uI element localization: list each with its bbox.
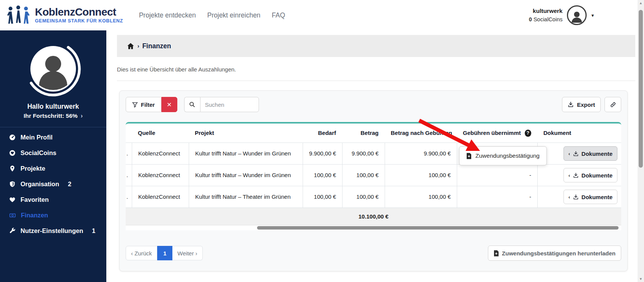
account-menu-caret-icon[interactable]: ▾ <box>591 13 594 18</box>
search-icon-box <box>184 97 200 112</box>
gauge-icon <box>9 134 16 141</box>
file-download-icon <box>466 153 472 159</box>
horizontal-scrollbar-thumb[interactable] <box>257 226 619 230</box>
clipped-cell: . <box>126 143 132 164</box>
quelle-cell: KoblenzConnect <box>132 143 189 164</box>
sidebar-item-organisation[interactable]: Organisation 2 <box>0 176 106 192</box>
col-betrag: Betrag <box>342 124 385 143</box>
table-header-row: Quelle Projekt Bedarf Betrag Betrag nach… <box>126 124 621 143</box>
breadcrumb-band: › Finanzen <box>117 35 635 57</box>
breadcrumb-current: Finanzen <box>142 42 171 50</box>
divider <box>117 81 635 81</box>
home-icon[interactable] <box>127 43 134 50</box>
pagination-current-page[interactable]: 1 <box>157 246 172 260</box>
table-row: . KoblenzConnect Kultur trifft Natur – W… <box>126 143 621 165</box>
betrag-nach-gebuehren-cell: 100,00 € <box>385 165 457 186</box>
coin-heart-icon <box>9 150 16 156</box>
breadcrumb-separator: › <box>137 43 139 49</box>
top-bar: KoblenzConnect GEMEINSAM STARK FÜR KOBLE… <box>0 0 644 30</box>
projekt-cell: Kultur trifft Natur – Wunder im Grünen <box>189 143 303 164</box>
sidebar-greeting: Hallo kulturwerk <box>0 103 106 111</box>
clear-filter-button[interactable]: ✕ <box>161 97 177 112</box>
quelle-cell: KoblenzConnect <box>132 186 189 208</box>
person-icon <box>569 9 584 24</box>
dokumente-button[interactable]: ‹ Dokumente <box>564 146 617 161</box>
coins-value: 0 <box>529 16 532 22</box>
help-icon[interactable]: ? <box>525 130 531 137</box>
dokumente-button[interactable]: ‹ Dokumente <box>564 190 617 204</box>
col-label: Gebühren übernimmt <box>463 124 521 143</box>
bedarf-cell: 100,00 € <box>303 165 342 186</box>
scroll-down-icon[interactable]: ▼ <box>639 276 642 282</box>
account-username: kulturwerk <box>529 7 563 15</box>
breadcrumb: › Finanzen <box>127 42 171 50</box>
filter-button[interactable]: Filter <box>126 97 161 112</box>
account-coins: 0 SocialCoins <box>529 16 563 24</box>
finance-card: Filter ✕ <box>119 90 628 271</box>
sidebar-item-socialcoins[interactable]: SocialCoins <box>0 145 106 161</box>
vertical-scrollbar[interactable]: ▲ ▼ <box>638 0 644 282</box>
dokumente-button[interactable]: ‹ Dokumente <box>564 168 617 182</box>
sidebar-item-label: Favoriten <box>21 196 49 203</box>
export-label: Export <box>577 101 595 108</box>
card-footer: ‹ Zurück 1 Weiter › Zuwendungsbestätigun… <box>126 246 621 261</box>
payouts-table: Quelle Projekt Bedarf Betrag Betrag nach… <box>126 122 621 230</box>
clipped-cell: . <box>126 165 132 186</box>
sidebar-item-mein-profil[interactable]: Mein Profil <box>0 130 106 145</box>
gebuehren-cell: - <box>457 186 537 208</box>
sidebar-item-favoriten[interactable]: Favoriten <box>0 192 106 208</box>
collapse-caret-icon: ‹ <box>568 173 570 178</box>
dokumente-label: Dokumente <box>581 151 612 157</box>
dokumente-label: Dokumente <box>581 194 612 200</box>
brand-logo[interactable]: KoblenzConnect GEMEINSAM STARK FÜR KOBLE… <box>7 5 123 25</box>
clipped-cell: . <box>126 186 132 208</box>
funnel-icon <box>132 102 138 108</box>
zuwendungsbestaetigung-button[interactable]: Zuwendungsbestätigung <box>459 146 547 165</box>
close-icon: ✕ <box>167 101 172 108</box>
nav-projekt-einreichen[interactable]: Projekt einreichen <box>207 11 260 19</box>
download-icon <box>573 194 579 200</box>
pagination-prev-button[interactable]: ‹ Zurück <box>126 246 157 260</box>
table-row: . KoblenzConnect Kultur trifft Natur – W… <box>126 165 621 186</box>
export-button[interactable]: Export <box>562 97 601 112</box>
nav-projekte-entdecken[interactable]: Projekte entdecken <box>139 11 196 19</box>
col-gebuehren-uebernimmt: Gebühren übernimmt ? <box>457 124 537 143</box>
pagination-next-button[interactable]: Weiter › <box>172 246 202 260</box>
brand-name: KoblenzConnect <box>35 7 123 17</box>
col-dokument: Dokument <box>537 124 621 143</box>
sidebar-item-finanzen[interactable]: Finanzen <box>0 208 106 223</box>
col-bedarf: Bedarf <box>303 124 342 143</box>
wrench-icon <box>9 228 16 234</box>
download-all-zuwendungsbestaetigungen-button[interactable]: Zuwendungsbestätigungen herunterladen <box>488 246 621 261</box>
sidebar: Hallo kulturwerk Ihr Fortschritt: 56%› M… <box>0 30 106 282</box>
quelle-cell: KoblenzConnect <box>132 165 189 186</box>
sidebar-item-projekte[interactable]: Projekte <box>0 161 106 176</box>
dokument-cell: ‹ Dokumente <box>537 186 621 208</box>
sidebar-item-label: Organisation <box>21 181 59 188</box>
download-icon <box>573 151 579 157</box>
search-input[interactable] <box>200 97 259 112</box>
vertical-scrollbar-thumb[interactable] <box>639 10 643 168</box>
sidebar-progress-link[interactable]: Ihr Fortschritt: 56%› <box>0 112 106 119</box>
projekt-cell: Kultur trifft Natur – Wunder im Grünen <box>189 165 303 186</box>
betrag-nach-gebuehren-cell: 100,00 € <box>385 186 457 208</box>
dokument-cell: ‹ Dokumente <box>537 143 621 164</box>
chevron-right-icon: › <box>80 112 82 119</box>
filter-label: Filter <box>141 101 155 108</box>
profile-avatar[interactable] <box>25 40 82 97</box>
shield-icon <box>9 181 16 187</box>
search-icon <box>189 101 195 108</box>
sidebar-item-badge: 1 <box>92 227 95 234</box>
nav-faq[interactable]: FAQ <box>272 11 285 19</box>
main-content: › Finanzen Dies ist eine Übersicht über … <box>106 30 644 282</box>
col-projekt: Projekt <box>189 124 303 143</box>
brand-tagline: GEMEINSAM STARK FÜR KOBLENZ <box>35 18 123 24</box>
page-description: Dies ist eine Übersicht über alle Auszah… <box>117 66 633 73</box>
pagination: ‹ Zurück 1 Weiter › <box>126 246 203 260</box>
copy-link-button[interactable] <box>605 97 621 112</box>
betrag-cell: 100,00 € <box>342 165 385 186</box>
avatar[interactable] <box>567 5 587 25</box>
top-navigation: Projekte entdecken Projekt einreichen FA… <box>139 11 285 19</box>
sidebar-item-nutzer-einstellungen[interactable]: Nutzer-Einstellungen 1 <box>0 223 106 239</box>
scroll-up-icon[interactable]: ▲ <box>639 0 642 6</box>
